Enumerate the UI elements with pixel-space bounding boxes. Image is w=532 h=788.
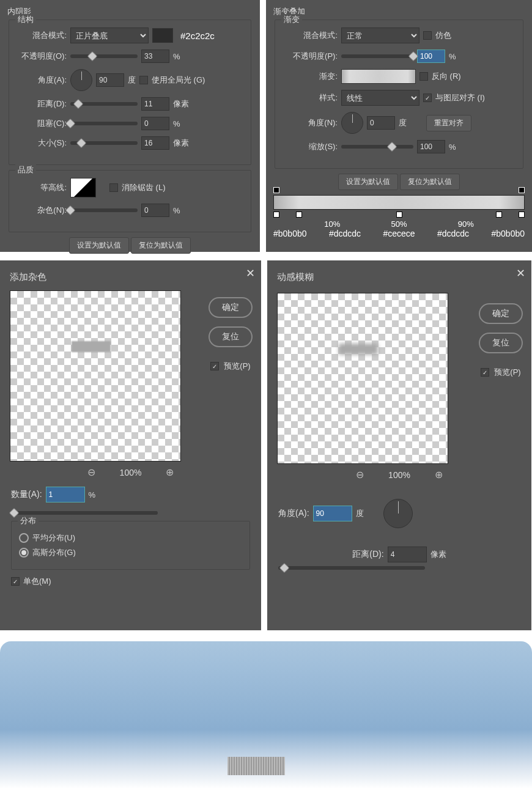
cancel-button[interactable]: 复位 [209,326,253,347]
distance-unit: 像素 [430,549,446,560]
reverse-checkbox[interactable] [419,72,428,81]
angle-input[interactable] [313,506,352,521]
contour-picker[interactable] [70,178,96,197]
cancel-button[interactable]: 复位 [479,333,523,353]
gaussian-radio[interactable] [19,548,29,558]
ok-button[interactable]: 确定 [479,303,523,324]
gradient-bar[interactable] [273,195,525,210]
distance-label: 距离(D): [15,98,67,109]
preview-box [277,293,448,464]
color-swatch[interactable] [152,28,173,43]
noise-slider[interactable] [70,208,138,212]
scale-input[interactable] [417,140,445,153]
zoom-out-icon[interactable]: ⊖ [87,466,95,478]
zoom-in-icon[interactable]: ⊕ [435,469,443,481]
reset-default-button[interactable]: 复位为默认值 [131,237,191,254]
blend-mode-select[interactable]: 正常 [341,28,419,43]
close-icon[interactable]: ✕ [516,267,525,280]
blend-mode-select[interactable]: 正片叠底 [70,28,149,43]
angle-dial[interactable] [341,112,363,134]
angle-dial[interactable] [383,499,413,528]
zoom-level: 100% [388,470,410,480]
scale-label: 缩放(S): [281,141,338,152]
preview-checkbox[interactable] [210,362,219,370]
distribution-fieldset: 分布 平均分布(U) 高斯分布(G) [11,521,250,570]
scale-slider[interactable] [341,145,413,149]
add-noise-title: 添加杂色 [5,265,256,288]
distance-input[interactable] [141,97,169,111]
opacity-label: 不透明度(P): [281,51,338,62]
zoom-out-icon[interactable]: ⊖ [356,469,364,481]
gaussian-label: 高斯分布(G) [32,547,76,558]
blend-mode-label: 混合模式: [281,30,338,41]
amount-input[interactable] [46,487,85,503]
choke-unit: % [173,119,180,128]
distance-slider[interactable] [70,102,138,106]
antialias-checkbox[interactable] [109,183,118,192]
reset-align-button[interactable]: 重置对齐 [426,115,471,131]
set-default-button[interactable]: 设置为默认值 [338,174,398,190]
mono-checkbox[interactable] [11,577,20,586]
global-light-checkbox[interactable] [139,76,148,84]
opacity-input[interactable] [141,50,169,63]
stop-90-pct: 90% [458,219,474,229]
distance-slider[interactable] [278,566,425,570]
set-default-button[interactable]: 设置为默认值 [69,237,129,254]
opacity-slider[interactable] [341,54,413,58]
gradient-editor: 10% 50% 90% #b0b0b0 #dcdcdc #cecece #dcd… [273,195,525,238]
ok-button[interactable]: 确定 [209,297,253,318]
angle-dial[interactable] [70,69,92,91]
stop-0-hex: #b0b0b0 [273,229,307,238]
reset-default-button[interactable]: 复位为默认值 [400,174,460,190]
opacity-input[interactable] [417,50,445,63]
result-preview [0,641,532,788]
dither-checkbox[interactable] [423,31,432,40]
gradient-label: 渐变 [281,14,302,25]
noise-unit: % [173,206,180,215]
distance-input[interactable] [388,547,427,562]
angle-unit: 度 [128,75,136,86]
antialias-label: 消除锯齿 (L) [122,182,166,193]
angle-input[interactable] [96,73,124,87]
choke-input[interactable] [141,117,169,130]
gradient-picker[interactable] [341,69,416,84]
size-unit: 像素 [173,138,189,149]
global-light-label: 使用全局光 (G) [152,75,205,86]
mono-label: 单色(M) [23,576,51,587]
amount-slider[interactable] [11,511,158,515]
preview-box [10,290,181,462]
stop-100-hex: #b0b0b0 [491,229,525,238]
size-slider[interactable] [70,141,138,145]
uniform-radio[interactable] [19,533,29,543]
motion-blur-title: 动感模糊 [272,265,526,288]
align-label: 与图层对齐 (I) [435,92,485,103]
inner-shadow-title: 内阴影 [7,6,253,17]
align-checkbox[interactable] [423,94,432,102]
zoom-in-icon[interactable]: ⊕ [166,466,174,478]
reverse-label: 反向 (R) [432,71,461,82]
choke-slider[interactable] [70,122,138,125]
color-hex: #2c2c2c [180,31,215,41]
noise-label: 杂色(N): [15,205,67,216]
quality-label: 品质 [15,164,36,175]
dither-label: 仿色 [435,30,451,41]
angle-label: 角度(A): [278,508,309,519]
amount-label: 数量(A): [11,489,42,500]
stop-10-hex: #dcdcdc [329,229,361,238]
close-icon[interactable]: ✕ [246,267,255,280]
opacity-slider[interactable] [70,54,138,58]
noise-input[interactable] [141,204,169,217]
choke-label: 阻塞(C): [15,118,67,129]
motion-blur-dialog: 动感模糊 ✕ 确定 复位 预览(P) ⊖ 100% ⊕ 角度(A): 度 距离 [267,260,531,630]
scale-unit: % [449,142,456,152]
opacity-label: 不透明度(O): [15,51,67,62]
stop-90-hex: #dcdcdc [437,229,469,238]
add-noise-dialog: 添加杂色 ✕ 确定 复位 预览(P) ⊖ 100% ⊕ 数量(A): % 分布 [0,260,261,630]
distribution-label: 分布 [18,515,39,526]
gradient-fieldset: 渐变 混合模式: 正常 仿色 不透明度(P): % 渐变: 反向 (R) 样 [275,20,523,169]
preview-checkbox[interactable] [481,368,489,377]
style-select[interactable]: 线性 [341,90,419,106]
size-input[interactable] [141,136,169,150]
angle-input[interactable] [367,116,395,130]
structure-label: 结构 [15,14,36,25]
